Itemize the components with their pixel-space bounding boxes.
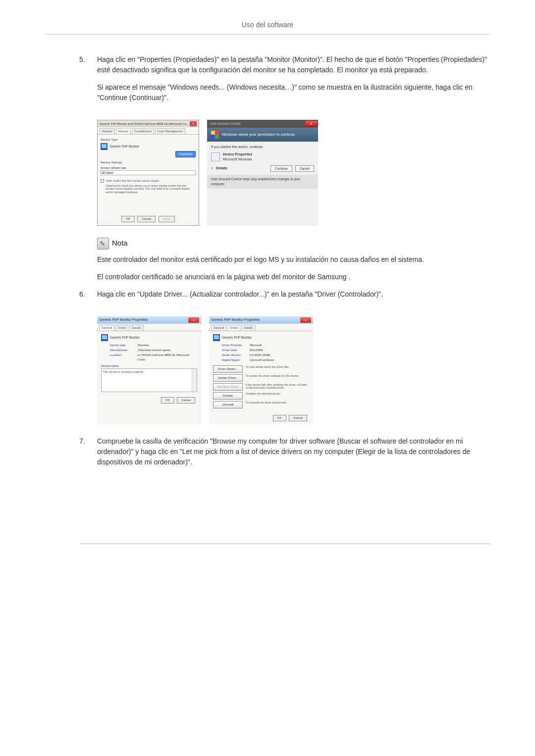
page-header: Uso del software [45,20,490,35]
disable-button[interactable]: Disable [213,392,243,400]
shield-icon [211,131,219,139]
step-number: 7. [79,436,97,474]
step5-images: Generic PnP Monitor and NVIDIA GeForce 8… [79,120,490,226]
tab-general[interactable]: General [99,325,114,331]
monitor-icon [213,334,220,341]
device-status-text: This device is working properly. [103,370,144,373]
device-name: Generic PnP Monitor [222,335,252,340]
device-status-box: This device is working properly. [101,368,197,392]
hide-modes-checkbox[interactable] [101,179,104,183]
uac-title: User Account Control [210,121,240,126]
hide-modes-desc: Clearing this check box allows you to se… [106,184,196,194]
ok-button[interactable]: OK [273,415,286,421]
uninstall-button[interactable]: Uninstall [213,401,243,408]
refresh-label: Screen refresh rate: [101,166,196,170]
label-location: Location: [110,353,137,362]
dialog-title: Generic PnP Monitor Properties [211,317,260,323]
value-location: on NVIDIA GeForce 8800 LE (Microsoft Cor… [137,353,197,362]
cancel-button[interactable]: Cancel [137,216,156,222]
driver-details-button[interactable]: Driver Details... [213,365,243,373]
uac-app-publisher: Microsoft Windows [223,157,252,162]
cancel-button[interactable]: Cancel [289,415,307,421]
tab-color[interactable]: Color Management [155,128,185,134]
close-icon[interactable]: × [300,317,311,323]
dialog-title: Generic PnP Monitor Properties [99,317,148,323]
step-6: 6. Haga clic en "Update Driver... (Actua… [79,289,490,306]
tab-driver[interactable]: Driver [227,325,240,331]
tab-details[interactable]: Details [241,325,255,331]
dialog-title: Generic PnP Monitor and NVIDIA GeForce 8… [100,122,189,126]
properties-button[interactable]: Properties [175,151,196,157]
details-toggle[interactable]: Details [216,166,227,171]
close-icon[interactable]: × [190,121,197,126]
tab-general[interactable]: General [211,325,226,331]
uac-header: Windows needs your permission to continu… [207,128,318,142]
value-date: 6/21/2006 [250,348,263,353]
label-manufacturer: Manufacturer: [110,348,138,353]
ok-button[interactable]: OK [161,397,174,403]
update-driver-desc: To update the driver software for this d… [246,374,309,378]
page: Uso del software 5. Haga clic en "Proper… [0,0,535,574]
label-date: Driver Date: [222,348,250,353]
app-icon [211,152,220,161]
device-status-label: Device status [101,364,197,368]
step5-p2: Si aparece el mensaje "Windows needs... … [97,82,490,103]
uac-dialog: User Account Control × Windows needs you… [207,120,318,226]
uninstall-desc: To uninstall the driver (Advanced). [246,401,309,404]
label-provider: Driver Provider: [222,343,250,348]
cancel-button[interactable]: Cancel [177,397,195,403]
value-provider: Microsoft [250,343,262,348]
value-manufacturer: (Standard monitor types) [138,348,170,353]
footer-rule [79,544,490,544]
monitor-icon [101,143,107,150]
header-title: Uso del software [242,21,293,29]
section-monitor-type: Monitor Type [101,138,196,142]
tab-details[interactable]: Details [129,325,143,331]
step7-p1: Compruebe la casilla de verificación "Br… [97,436,490,467]
chevron-down-icon[interactable]: ▾ [211,166,213,171]
content: 5. Haga clic en "Properties (Propiedades… [45,54,490,544]
driver-properties-general-dialog: Generic PnP Monitor Properties × General… [97,316,201,424]
step6-p1: Haga clic en "Update Driver... (Actualiz… [97,289,490,300]
note-label: Nota [112,238,128,249]
rollback-driver-button[interactable]: Roll Back Driver [213,383,243,391]
device-name: Generic PnP Monitor [109,144,139,149]
continue-button[interactable]: Continue [270,165,292,172]
device-name: Generic PnP Monitor [110,335,140,340]
value-device-type: Monitors [138,343,149,348]
step5-p1: Haga clic en "Properties (Propiedades)" … [97,54,490,75]
close-icon[interactable]: × [305,121,317,127]
step-5: 5. Haga clic en "Properties (Propiedades… [79,54,490,110]
step-number: 5. [79,54,97,110]
value-signer: microsoft windows [250,358,274,362]
uac-app-name: Device Properties [223,152,252,157]
hide-modes-label: Hide modes that this monitor cannot disp… [107,179,160,182]
scrollbar[interactable] [192,369,197,392]
note-header: Nota [97,238,490,250]
close-icon[interactable]: × [188,317,199,323]
driver-properties-driver-dialog: Generic PnP Monitor Properties × General… [209,316,313,424]
note-text-1: Este controlador del monitor está certif… [97,254,490,265]
rollback-driver-desc: If the device fails after updating the d… [246,383,309,390]
driver-details-desc: To view details about the driver files. [246,365,309,369]
refresh-rate-select[interactable] [101,170,196,175]
monitor-icon [101,334,108,341]
ok-button[interactable]: OK [121,216,135,222]
dialog-tabs: Adapter Monitor Troubleshoot Color Manag… [98,127,199,135]
tab-driver[interactable]: Driver [115,325,128,331]
apply-button[interactable]: Apply [159,216,175,222]
monitor-properties-dialog: Generic PnP Monitor and NVIDIA GeForce 8… [97,120,199,226]
tab-monitor[interactable]: Monitor [116,128,131,134]
tab-troubleshoot[interactable]: Troubleshoot [132,128,154,134]
uac-permission-text: Windows needs your permission to continu… [222,132,296,137]
note-text-2: El controlador certificado se anunciará … [97,272,490,282]
cancel-button[interactable]: Cancel [295,165,314,172]
tab-adapter[interactable]: Adapter [100,128,115,134]
step6-images: Generic PnP Monitor Properties × General… [79,316,490,424]
label-version: Driver Version: [222,353,250,357]
dialog-titlebar: Generic PnP Monitor and NVIDIA GeForce 8… [98,120,199,127]
value-version: 6.0.6000.16386 [250,353,270,357]
update-driver-button[interactable]: Update Driver... [213,374,243,382]
section-monitor-settings: Monitor Settings [101,160,196,165]
step-number: 6. [79,289,97,306]
